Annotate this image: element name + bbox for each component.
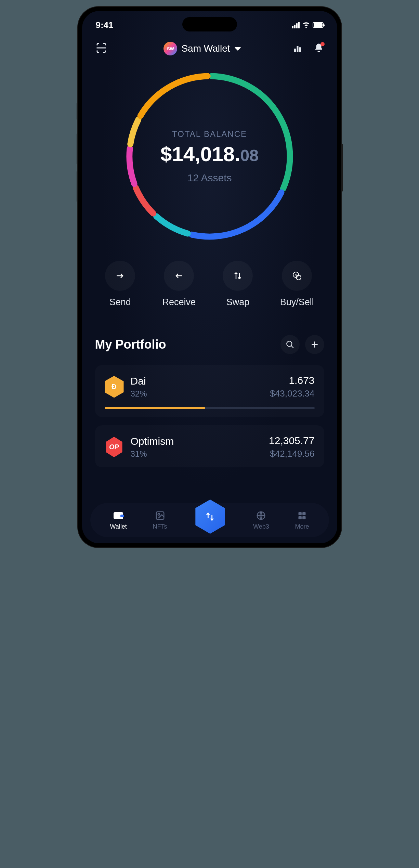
svg-rect-12 <box>299 512 302 515</box>
asset-usd: $42,149.56 <box>269 449 314 459</box>
asset-amount: 12,305.77 <box>269 435 314 446</box>
stats-icon[interactable] <box>292 43 303 54</box>
buysell-button[interactable]: $ Buy/Sell <box>280 261 314 308</box>
action-row: Send Receive Swap $ Buy/Sell <box>82 244 337 314</box>
wallet-avatar: SW <box>163 42 177 55</box>
svg-rect-15 <box>302 516 305 519</box>
tab-wallet[interactable]: Wallet <box>110 510 127 530</box>
svg-rect-2 <box>299 47 301 52</box>
signal-icon <box>292 22 300 28</box>
wallet-selector[interactable]: SW Sam Wallet <box>163 42 241 55</box>
coins-icon: $ <box>292 271 302 281</box>
phone-frame: 9:41 SW Sam Wallet <box>78 7 341 547</box>
swap-icon <box>233 271 242 280</box>
svg-rect-0 <box>294 49 296 52</box>
tab-bar: Wallet NFTs Web3 More <box>90 503 329 537</box>
asset-pct: 31% <box>131 449 262 459</box>
chevron-down-icon <box>234 46 241 51</box>
tab-web3[interactable]: Web3 <box>253 510 269 530</box>
swap-button[interactable]: Swap <box>223 261 253 308</box>
plus-icon <box>310 340 319 349</box>
asset-name: Optimism <box>131 436 262 447</box>
tab-more[interactable]: More <box>295 510 309 530</box>
tab-center-action[interactable] <box>193 500 227 534</box>
arrow-left-icon <box>174 272 184 279</box>
globe-icon <box>256 510 266 521</box>
asset-card[interactable]: OP Optimism 31% 12,305.77 $42,149.56 <box>95 425 324 467</box>
svg-text:$: $ <box>295 273 297 277</box>
balance-ring-chart[interactable]: TOTAL BALANCE $14,018.08 12 Assets <box>122 69 297 244</box>
volume-down-button <box>77 171 78 202</box>
svg-point-10 <box>158 513 159 515</box>
asset-icon: OP <box>105 437 124 457</box>
search-button[interactable] <box>280 335 300 354</box>
asset-amount: 1.673 <box>270 375 314 386</box>
asset-icon: Ð <box>105 376 124 398</box>
phone-screen: 9:41 SW Sam Wallet <box>82 11 337 543</box>
svg-point-6 <box>287 341 292 346</box>
wallet-icon <box>113 511 124 520</box>
scan-icon[interactable] <box>95 42 107 54</box>
balance-label: TOTAL BALANCE <box>160 129 259 139</box>
svg-rect-1 <box>297 46 299 52</box>
status-time: 9:41 <box>96 20 114 30</box>
swap-center-icon <box>204 511 216 522</box>
volume-up-button <box>77 133 78 164</box>
tab-nfts[interactable]: NFTs <box>153 510 167 530</box>
wallet-name: Sam Wallet <box>181 43 230 54</box>
send-button[interactable]: Send <box>105 261 135 308</box>
side-button <box>77 103 78 120</box>
balance-assets: 12 Assets <box>160 172 259 184</box>
notifications-button[interactable] <box>314 43 324 54</box>
asset-progress <box>105 407 315 409</box>
svg-rect-14 <box>299 516 302 519</box>
app-header: SW Sam Wallet <box>82 31 337 59</box>
battery-icon <box>313 22 324 28</box>
image-icon <box>155 510 165 521</box>
asset-usd: $43,023.34 <box>270 388 314 399</box>
asset-card[interactable]: Ð Dai 32% 1.673 $43,023.34 <box>95 365 324 417</box>
svg-rect-13 <box>302 512 305 515</box>
power-button <box>341 144 343 192</box>
portfolio-title: My Portfolio <box>95 337 166 352</box>
arrow-right-icon <box>115 272 125 279</box>
grid-icon <box>297 511 307 520</box>
add-button[interactable] <box>305 335 324 354</box>
asset-pct: 32% <box>131 389 263 399</box>
portfolio-section: My Portfolio Ð Dai 32% 1.6 <box>82 314 337 467</box>
notification-dot <box>320 42 325 46</box>
svg-rect-8 <box>120 515 124 517</box>
wifi-icon <box>302 22 310 28</box>
status-icons <box>292 22 324 28</box>
balance-amount: $14,018.08 <box>160 142 259 166</box>
balance-center: TOTAL BALANCE $14,018.08 12 Assets <box>160 129 259 184</box>
notch <box>182 17 237 31</box>
search-icon <box>286 340 294 349</box>
receive-button[interactable]: Receive <box>162 261 196 308</box>
asset-name: Dai <box>131 375 263 387</box>
